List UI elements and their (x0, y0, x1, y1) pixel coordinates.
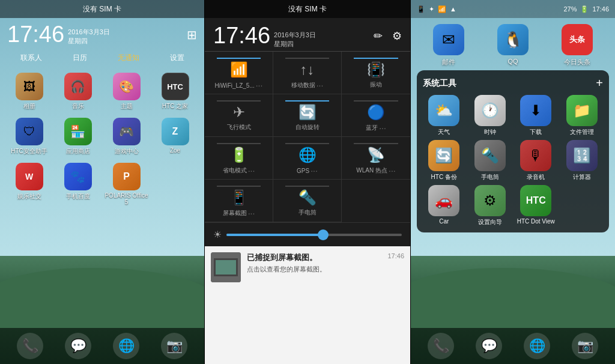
calendar-link[interactable]: 日历 (73, 53, 87, 63)
folder-app-clock[interactable]: 🕐 时钟 (469, 95, 512, 136)
folder-app-filemanager[interactable]: 📁 文件管理 (561, 95, 604, 136)
settings-icon-p2[interactable]: ⚙ (392, 29, 402, 43)
folder-app-recorder[interactable]: 🎙 录音机 (515, 140, 557, 181)
bt-status-p3: ✦ (429, 5, 434, 13)
settings-link[interactable]: 设置 (170, 53, 184, 63)
dock-message-p3[interactable]: 💬 (476, 333, 502, 359)
toggle-airplane[interactable]: ✈ 飞行模式 (205, 94, 273, 137)
time-row-p2: 17:46 2016年3月3日 星期四 ✏ ⚙ (205, 18, 410, 51)
bt-inactive-line (354, 100, 398, 102)
appstore-icon: 🏪 (64, 118, 92, 145)
wifi-dots: ··· (256, 80, 263, 90)
notification-link[interactable]: 无通知 (118, 53, 139, 63)
grid-button-p1[interactable]: ⊞ (187, 28, 197, 42)
save-dots: ··· (248, 166, 255, 175)
folder-add-button[interactable]: + (596, 76, 603, 90)
brightness-icon: ☀ (213, 229, 222, 240)
app-social[interactable]: W 娱乐社交 (6, 160, 52, 208)
app-htchome[interactable]: HTC HTC 之家 (152, 70, 198, 113)
app-grid-p1: 🖼 相册 🎧 音乐 🎨 主题 HTC HTC 之家 🛡 HTC安全助手 🏪 应用… (0, 65, 204, 213)
filemanager-icon: 📁 (566, 95, 598, 126)
screenshot-thumb-svg (211, 252, 241, 282)
screenshot-icon: 📱 (230, 189, 248, 206)
app-games[interactable]: 🎮 游戏中心 (103, 115, 150, 158)
top-apps-p3: ✉ 邮件 🐧 QQ 头条 今日头条 (411, 18, 615, 70)
toggle-screenshot[interactable]: 📱 屏幕截图 ··· (205, 180, 273, 222)
app-appstore[interactable]: 🏪 应用商店 (55, 115, 101, 158)
qq-label: QQ (507, 58, 518, 65)
rotate-label: 自动旋转 (295, 123, 320, 132)
wifi-icon: 📶 (230, 61, 248, 78)
dock-camera-p3[interactable]: 📷 (572, 333, 598, 359)
folder-app-setup[interactable]: ⚙ 设置向导 (469, 185, 512, 226)
gps-inactive-line (285, 143, 330, 144)
status-bar-p2: 没有 SIM 卡 (205, 0, 410, 18)
dock-browser-p3[interactable]: 🌐 (524, 333, 550, 359)
folder-app-calculator[interactable]: 🔢 计算器 (561, 140, 604, 181)
folder-panel-p3: 系统工具 + ⛅ 天气 🕐 时钟 ⬇ 下载 📁 文件管理 🔄 HTC 备份 (417, 70, 609, 232)
toggle-hotspot[interactable]: 📡 WLAN 热点 ··· (342, 137, 410, 180)
folder-app-dotview[interactable]: HTC HTC Dot View (515, 185, 557, 226)
app-polaris[interactable]: P POLARIS Office 5 (103, 160, 150, 208)
bt-icon: 🔵 (367, 104, 385, 121)
brightness-row-p2: ☀ (205, 222, 410, 246)
toggle-gps[interactable]: 🌐 GPS ··· (273, 137, 342, 180)
folder-app-download[interactable]: ⬇ 下载 (515, 95, 557, 136)
dock-phone-p3[interactable]: 📞 (428, 333, 454, 359)
toggle-wifi[interactable]: 📶 HiWiFi_LZ_5... ··· (205, 52, 273, 94)
brightness-thumb[interactable] (318, 229, 329, 240)
folder-title-p3: 系统工具 (423, 78, 456, 89)
download-label: 下载 (530, 128, 542, 136)
clock-label: 时钟 (484, 128, 496, 136)
app-music[interactable]: 🎧 音乐 (55, 70, 101, 113)
no-sim-label-p2: 没有 SIM 卡 (288, 4, 327, 14)
dock-browser-p1[interactable]: 🌐 (113, 333, 139, 359)
app-qq[interactable]: 🐧 QQ (497, 24, 529, 67)
app-zoe[interactable]: Z Zoe (152, 115, 198, 158)
app-security[interactable]: 🛡 HTC安全助手 (6, 115, 52, 158)
contacts-link[interactable]: 联系人 (20, 53, 42, 63)
edit-icon-p2[interactable]: ✏ (374, 29, 383, 43)
folder-app-weather[interactable]: ⛅ 天气 (423, 95, 465, 136)
dock-phone-p1[interactable]: 📞 (17, 333, 43, 359)
app-mail[interactable]: ✉ 邮件 (433, 24, 464, 67)
folder-app-flashlight[interactable]: 🔦 手电筒 (469, 140, 512, 181)
folder-app-htcbak[interactable]: 🔄 HTC 备份 (423, 140, 465, 181)
zoe-label: Zoe (170, 147, 180, 154)
toggle-rotate[interactable]: 🔄 自动旋转 (273, 94, 342, 137)
toggle-data[interactable]: ↑↓ 移动数据 ··· (273, 52, 342, 94)
battery-icon-p3: 🔋 (580, 5, 589, 13)
powersave-icon: 🔋 (230, 147, 248, 163)
htcbak-label: HTC 备份 (431, 173, 457, 181)
theme-label: 主题 (121, 102, 133, 111)
notif-title: 已捕捉到屏幕截图。 (247, 252, 317, 263)
brightness-bar[interactable] (226, 234, 402, 236)
dock-p1: 📞 💬 🌐 📷 (0, 328, 204, 364)
dock-camera-p1[interactable]: 📷 (161, 333, 187, 359)
folder-app-car[interactable]: 🚗 Car (423, 185, 465, 226)
notification-area-p2[interactable]: 已捕捉到屏幕截图。 17:46 点击以查看您的屏幕截图。 (205, 246, 410, 364)
dock-message-p1[interactable]: 💬 (65, 333, 91, 359)
toggle-powersave[interactable]: 🔋 省电模式 ··· (205, 137, 273, 180)
recorder-label: 录音机 (527, 173, 545, 181)
app-baidu[interactable]: 🐾 手机百度 (55, 160, 101, 208)
notif-thumbnail (211, 252, 241, 282)
dotview-label: HTC Dot View (517, 218, 555, 225)
toggle-flashlight[interactable]: 🔦 手电筒 (273, 180, 342, 222)
app-drawer-panel: 📱 ✦ 📶 ▲ 27% 🔋 17:46 ✉ 邮件 🐧 QQ 头条 今日头条 系统… (411, 0, 615, 364)
social-label: 娱乐社交 (17, 192, 41, 201)
status-right-p3: 27% 🔋 17:46 (563, 5, 609, 13)
app-theme[interactable]: 🎨 主题 (103, 70, 150, 113)
toggle-vibrate[interactable]: 📳 振动 (342, 52, 410, 94)
security-icon: 🛡 (16, 118, 43, 145)
htchome-label: HTC 之家 (162, 102, 188, 111)
app-album[interactable]: 🖼 相册 (6, 70, 52, 113)
home-screen-panel: 没有 SIM 卡 17:46 2016年3月3日 星期四 ⊞ 联系人 日历 无通… (0, 0, 204, 364)
setup-label: 设置向导 (478, 218, 502, 226)
status-bar-p3: 📱 ✦ 📶 ▲ 27% 🔋 17:46 (411, 0, 615, 18)
toggle-bt[interactable]: 🔵 蓝牙 ··· (342, 94, 410, 137)
airplane-icon: ✈ (233, 104, 245, 121)
airplane-inactive-line (217, 100, 261, 102)
zoe-icon: Z (162, 118, 189, 145)
app-toutiao[interactable]: 头条 今日头条 (562, 24, 593, 67)
